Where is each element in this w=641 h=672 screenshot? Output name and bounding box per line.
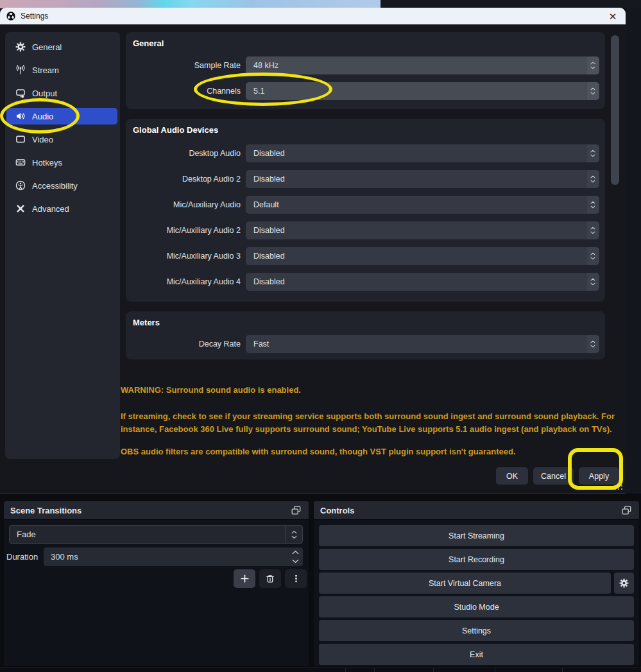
scene-transitions-panel: Scene Transitions Fade Duration 300 ms xyxy=(4,501,309,666)
decay-rate-select[interactable]: Fast xyxy=(246,335,599,353)
status-bar xyxy=(0,667,641,672)
mic-aux-audio-3-select[interactable]: Disabled xyxy=(246,247,599,265)
controls-button-stack: Start Streaming Start Recording Start Vi… xyxy=(319,525,634,665)
virtual-camera-settings-button[interactable] xyxy=(614,573,634,594)
field-label: Mic/Auxiliary Audio 4 xyxy=(132,277,241,286)
section-header: Global Audio Devices xyxy=(133,125,218,135)
panel-title: Scene Transitions xyxy=(10,506,81,515)
plus-icon xyxy=(240,574,250,583)
field-value: Default xyxy=(253,200,279,209)
monitor-icon xyxy=(15,134,26,144)
field-label: Desktop Audio 2 xyxy=(132,175,241,184)
sidebar-item-video[interactable]: Video xyxy=(6,131,117,148)
mic-aux-audio-4-row: Mic/Auxiliary Audio 4 Disabled xyxy=(132,273,599,291)
sidebar-item-label: Video xyxy=(32,135,53,144)
cancel-button[interactable]: Cancel xyxy=(533,467,574,485)
duration-value: 300 ms xyxy=(51,552,78,562)
mic-aux-audio-select[interactable]: Default xyxy=(246,196,599,214)
duration-label: Duration xyxy=(6,552,44,562)
decay-rate-value: Fast xyxy=(253,340,269,349)
warning-line-2: OBS audio filters are compatible with su… xyxy=(121,445,616,458)
add-transition-button[interactable] xyxy=(234,569,255,588)
sample-rate-label: Sample Rate xyxy=(132,61,241,70)
sidebar-item-accessibility[interactable]: Accessibility xyxy=(6,177,117,194)
sidebar-item-label: Hotkeys xyxy=(32,158,62,168)
controls-header: Controls xyxy=(314,501,639,520)
section-header: Meters xyxy=(133,318,160,327)
sidebar-item-label: Audio xyxy=(32,112,53,121)
crossed-tools-icon xyxy=(15,203,26,214)
mic-aux-audio-4-select[interactable]: Disabled xyxy=(246,273,599,291)
start-virtual-camera-button[interactable]: Start Virtual Camera xyxy=(319,573,611,594)
sidebar-item-label: Accessibility xyxy=(32,181,78,191)
sidebar-item-label: Output xyxy=(32,89,57,98)
sidebar-item-output[interactable]: Output xyxy=(6,85,117,101)
spinner-icon xyxy=(586,247,599,265)
field-label: Desktop Audio xyxy=(132,149,241,158)
field-label: Mic/Auxiliary Audio xyxy=(132,200,241,209)
sample-rate-select[interactable]: 48 kHz xyxy=(246,56,599,74)
section-general: General Sample Rate 48 kHz Channels 5.1 xyxy=(126,32,605,109)
ok-button[interactable]: OK xyxy=(496,467,528,485)
sidebar-item-stream[interactable]: Stream xyxy=(6,62,117,78)
sample-rate-value: 48 kHz xyxy=(253,61,278,70)
gear-icon xyxy=(15,42,26,52)
mic-aux-audio-2-select[interactable]: Disabled xyxy=(246,221,599,239)
section-global-audio-devices: Global Audio Devices Desktop Audio Disab… xyxy=(126,119,605,302)
spinner-icon xyxy=(586,56,599,74)
mic-aux-audio-row: Mic/Auxiliary Audio Default xyxy=(132,196,599,214)
section-header: General xyxy=(133,39,164,48)
dialog-button-row: OK Cancel Apply xyxy=(496,467,619,485)
sidebar-item-general[interactable]: General xyxy=(6,39,117,55)
field-value: Disabled xyxy=(253,149,285,158)
settings-button[interactable]: Settings xyxy=(319,620,634,641)
vertical-scrollbar[interactable] xyxy=(611,35,619,185)
warning-line-1: WARNING: Surround sound audio is enabled… xyxy=(121,384,616,397)
channels-select[interactable]: 5.1 xyxy=(246,82,599,100)
warning-paragraph: If streaming, check to see if your strea… xyxy=(121,410,616,436)
keyboard-icon xyxy=(15,157,26,168)
dialog-titlebar[interactable]: Settings ✕ xyxy=(0,8,626,24)
spinner-icon xyxy=(586,144,599,162)
exit-button[interactable]: Exit xyxy=(319,644,634,665)
settings-dialog: Settings ✕ xyxy=(0,8,626,494)
desktop-audio-row: Desktop Audio Disabled xyxy=(132,144,599,162)
field-value: Disabled xyxy=(253,175,285,184)
screen: Settings ✕ xyxy=(0,0,641,672)
start-recording-button[interactable]: Start Recording xyxy=(319,549,634,570)
sample-rate-row: Sample Rate 48 kHz xyxy=(132,56,599,74)
scene-transitions-header: Scene Transitions xyxy=(4,501,309,520)
popout-panel-icon[interactable] xyxy=(620,504,633,517)
spinbox-arrows-icon xyxy=(292,550,299,564)
obs-logo-icon xyxy=(6,12,15,21)
field-value: Disabled xyxy=(253,252,285,261)
desktop-audio-2-row: Desktop Audio 2 Disabled xyxy=(132,170,599,188)
obs-window-edge-right xyxy=(626,8,641,494)
desktop-audio-select[interactable]: Disabled xyxy=(246,144,599,162)
close-icon[interactable]: ✕ xyxy=(605,9,620,23)
remove-transition-button[interactable] xyxy=(259,569,281,588)
duration-spinbox[interactable]: 300 ms xyxy=(44,547,303,566)
transition-properties-button[interactable] xyxy=(285,569,307,588)
field-value: Disabled xyxy=(253,226,285,235)
transition-select[interactable]: Fade xyxy=(9,525,303,544)
sidebar-item-audio[interactable]: Audio xyxy=(6,108,117,125)
trash-icon xyxy=(265,574,275,584)
studio-mode-button[interactable]: Studio Mode xyxy=(319,596,634,617)
gear-icon xyxy=(619,578,629,588)
decay-rate-label: Decay Rate xyxy=(132,340,241,349)
popout-panel-icon[interactable] xyxy=(289,504,302,517)
sidebar-item-advanced[interactable]: Advanced xyxy=(6,200,117,217)
sidebar-item-hotkeys[interactable]: Hotkeys xyxy=(6,154,117,171)
spinner-icon xyxy=(586,170,599,188)
transition-value: Fade xyxy=(17,530,36,539)
start-streaming-button[interactable]: Start Streaming xyxy=(319,525,634,546)
apply-button[interactable]: Apply xyxy=(579,467,619,485)
accessibility-person-icon xyxy=(15,180,26,191)
channels-label: Channels xyxy=(132,87,241,96)
dialog-title: Settings xyxy=(21,12,48,21)
desktop-audio-2-select[interactable]: Disabled xyxy=(246,170,599,188)
resize-grip[interactable] xyxy=(615,482,624,491)
spinner-icon xyxy=(586,273,599,291)
spinner-icon xyxy=(285,526,302,543)
